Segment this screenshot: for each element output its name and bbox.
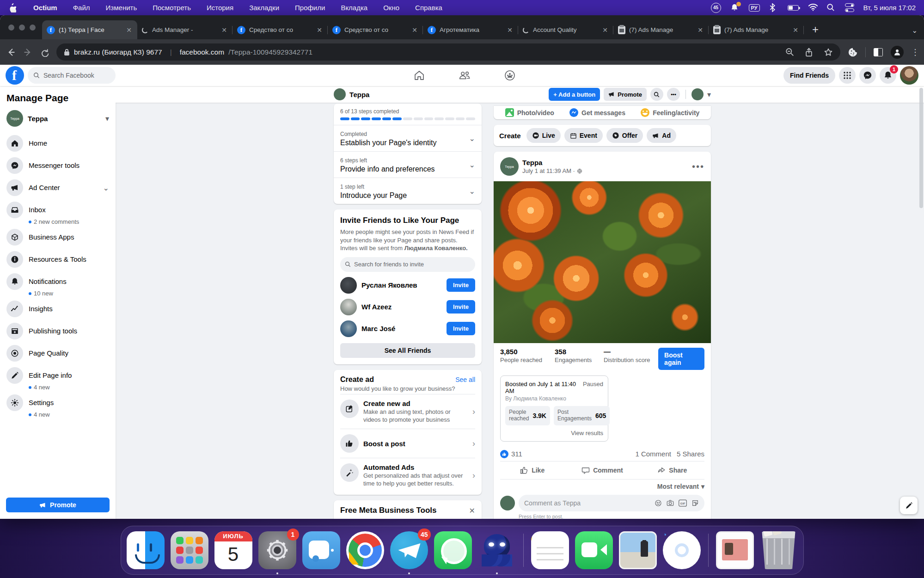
facebook-search-input[interactable]: Search Facebook: [28, 67, 116, 84]
notes-dock-icon[interactable]: [531, 531, 569, 569]
tab-close-icon[interactable]: ✕: [792, 26, 799, 34]
like-reaction-icon[interactable]: [500, 450, 508, 458]
back-button[interactable]: [6, 48, 16, 57]
chevron-down-icon[interactable]: ⌄: [469, 187, 475, 196]
minimized-window-photo[interactable]: [619, 531, 657, 569]
cookie-icon[interactable]: [848, 47, 858, 57]
emoji-icon[interactable]: [655, 499, 662, 507]
promote-button[interactable]: Promote: [604, 88, 647, 101]
notification-bell-icon[interactable]: [730, 3, 740, 12]
tab-account-quality[interactable]: Account Quality ✕: [518, 20, 613, 39]
comment-sort-selector[interactable]: Most relevant ▾: [494, 480, 711, 491]
chevron-down-icon[interactable]: ⌄: [103, 184, 109, 192]
invite-button[interactable]: Invite: [447, 278, 475, 292]
comment-input[interactable]: Comment as Терра GIF: [519, 495, 704, 511]
spotlight-search-icon[interactable]: [826, 3, 836, 12]
browser-menu-kebab[interactable]: ⋮: [911, 51, 918, 54]
zoom-window-button[interactable]: [30, 25, 36, 31]
comment-button[interactable]: Comment: [567, 463, 637, 478]
menu-file[interactable]: Файл: [73, 4, 90, 12]
tab-sredstvo-2[interactable]: f Средство от со ✕: [328, 20, 423, 39]
system-settings-dock-icon[interactable]: 1: [258, 531, 296, 569]
sidebar-item-edit-page-info[interactable]: Edit Page info: [4, 364, 112, 387]
whatsapp-dock-icon[interactable]: [434, 531, 472, 569]
launchpad-dock-icon[interactable]: [171, 531, 208, 569]
menu-profiles[interactable]: Профили: [295, 4, 325, 12]
sidebar-item-inbox[interactable]: Inbox: [4, 199, 112, 221]
facetime-dock-icon[interactable]: [575, 531, 613, 569]
create-offer-button[interactable]: Offer: [606, 128, 643, 143]
page-scrollbar[interactable]: [919, 88, 923, 208]
sidebar-item-notifications[interactable]: Notifications: [4, 271, 112, 293]
create-ad-button[interactable]: Ad: [647, 128, 676, 143]
post-templates-row[interactable]: Post templates Quickly create visually p…: [340, 518, 475, 519]
reload-button[interactable]: [40, 48, 49, 57]
post-author-name[interactable]: Терра: [522, 159, 688, 166]
photo-video-button[interactable]: Photo/video: [505, 108, 554, 117]
tab-close-icon[interactable]: ✕: [220, 26, 228, 34]
menu-edit[interactable]: Изменить: [106, 4, 137, 12]
tab-close-icon[interactable]: ✕: [697, 26, 704, 34]
chromium-dock-icon[interactable]: [663, 531, 701, 569]
view-results-link[interactable]: View results: [505, 430, 603, 437]
menu-view[interactable]: Посмотреть: [153, 4, 191, 12]
tab-close-icon[interactable]: ✕: [506, 26, 514, 34]
tab-terra[interactable]: f (1) Терра | Face ✕: [42, 20, 137, 39]
chevron-down-icon[interactable]: ⌄: [469, 160, 475, 169]
sidebar-item-messenger-tools[interactable]: Messenger tools: [4, 154, 112, 177]
checklist-section-introduce[interactable]: 1 step leftIntroduce your Page ⌄: [334, 178, 482, 204]
get-messages-button[interactable]: Get messages: [569, 108, 625, 117]
page-search-button[interactable]: [650, 88, 663, 101]
sidebar-item-business-apps[interactable]: Business Apps: [4, 226, 112, 248]
comment-count[interactable]: 1 Comment: [635, 450, 671, 458]
feeling-activity-button[interactable]: Feeling/activity: [641, 108, 699, 117]
sidebar-page-selector[interactable]: Терра Терра ▾: [4, 108, 112, 132]
sidebar-item-resources-tools[interactable]: Resources & Tools: [4, 248, 112, 271]
sidebar-promote-button[interactable]: Promote: [6, 498, 110, 512]
groups-nav-icon[interactable]: [504, 70, 515, 81]
reaction-count[interactable]: 311: [511, 450, 522, 458]
bookmark-star-icon[interactable]: [824, 48, 833, 57]
forward-button[interactable]: [23, 48, 32, 57]
input-language-indicator[interactable]: РУ: [749, 4, 760, 12]
share-button[interactable]: Share: [637, 463, 707, 478]
page-more-button[interactable]: •••: [667, 88, 680, 101]
tab-close-icon[interactable]: ✕: [125, 26, 133, 34]
status-badge-45[interactable]: 45: [711, 3, 721, 13]
tab-close-icon[interactable]: ✕: [411, 26, 418, 34]
sidebar-item-page-quality[interactable]: Page Quality: [4, 342, 112, 364]
sidebar-item-settings[interactable]: Settings: [4, 392, 112, 414]
close-icon[interactable]: ✕: [469, 506, 475, 515]
sidebar-item-ad-center[interactable]: Ad Center ⌄: [4, 177, 112, 199]
tab-agrotematika[interactable]: f Агротематика ✕: [423, 20, 518, 39]
share-icon[interactable]: [805, 48, 813, 57]
notifications-button[interactable]: 1: [880, 67, 896, 84]
facebook-profile-avatar[interactable]: [900, 66, 918, 85]
facebook-logo[interactable]: f: [6, 66, 24, 85]
camera-icon[interactable]: [667, 499, 674, 507]
sticker-icon[interactable]: [691, 499, 699, 507]
invite-button[interactable]: Invite: [447, 322, 475, 335]
chevron-down-icon[interactable]: ▾: [707, 90, 711, 99]
finder-dock-icon[interactable]: [127, 531, 165, 569]
minimized-window-document[interactable]: [716, 531, 754, 569]
window-controls[interactable]: [4, 15, 42, 39]
menu-window[interactable]: Окно: [383, 4, 399, 12]
tab-ads-manager-7a[interactable]: (7) Ads Manage ✕: [613, 20, 709, 39]
invite-search-input[interactable]: Search for friends to invite: [340, 257, 475, 272]
wifi-icon[interactable]: [808, 3, 817, 12]
trash-dock-icon[interactable]: [760, 531, 798, 569]
menu-tab[interactable]: Вкладка: [341, 4, 367, 12]
control-center-icon[interactable]: [845, 3, 854, 12]
sidebar-item-insights[interactable]: Insights: [4, 298, 112, 320]
apple-logo-icon[interactable]: [8, 3, 18, 12]
post-image-roses[interactable]: [494, 181, 711, 343]
menu-help[interactable]: Справка: [415, 4, 442, 12]
see-all-link[interactable]: See all: [455, 376, 475, 383]
messenger-button[interactable]: [859, 67, 876, 84]
like-button[interactable]: Like: [497, 463, 567, 478]
chrome-dock-icon[interactable]: [346, 531, 384, 569]
account-avatar[interactable]: [691, 88, 704, 100]
find-friends-button[interactable]: Find Friends: [783, 67, 835, 84]
friends-nav-icon[interactable]: [459, 70, 471, 81]
